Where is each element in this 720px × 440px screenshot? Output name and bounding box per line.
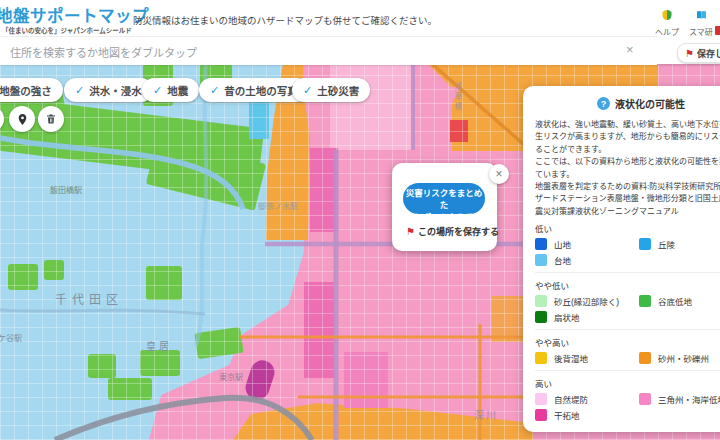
legend-item: 干拓地 — [535, 409, 639, 421]
legend-row: 山地 丘陵 — [535, 238, 720, 250]
filter-chip-label: 洪水・浸水 — [89, 83, 142, 98]
disaster-report-button[interactable]: 災害リスクをまとめた レポートをみる — [403, 183, 485, 214]
legend-section-somewhat-high: やや高い — [535, 336, 720, 348]
legend-label: 干拓地 — [554, 409, 580, 421]
legend-row: 干拓地 — [535, 409, 720, 421]
save-location-button[interactable]: ⚑ この場所を保存する — [406, 225, 499, 238]
legend-label: 谷底低地 — [658, 295, 692, 307]
legend-item: 自然堤防 — [535, 393, 639, 405]
app-logo-title[interactable]: 地盤サポートマップ — [0, 3, 149, 27]
description-line: ここでは、以下の資料から地形と液状化の可能性を判定し — [535, 156, 720, 168]
save-location-label: この場所を保存する — [418, 225, 499, 238]
delete-pins-button[interactable] — [38, 106, 64, 132]
saved-addresses-button[interactable]: ⚑ 保存した住所 — [677, 43, 720, 63]
legend-label: 台地 — [554, 254, 571, 266]
legend-label: 自然堤防 — [554, 393, 588, 405]
legend-label: 扇状地 — [554, 311, 580, 323]
search-input[interactable]: 住所を検索するか地図をダブルタップ — [10, 44, 197, 60]
filter-chip-landslide[interactable]: ✓ 土砂災害 — [292, 78, 370, 102]
filter-chip-flood[interactable]: ✓ 洪水・浸水 — [64, 78, 153, 102]
legend-swatch — [639, 393, 651, 405]
legend-section-low: 低い — [535, 222, 720, 234]
search-bar[interactable]: 住所を検索するか地図をダブルタップ × — [0, 36, 657, 65]
report-button-line2: レポートをみる — [403, 211, 485, 223]
filter-chip-label: 地震 — [167, 83, 188, 98]
locate-button[interactable] — [9, 106, 35, 132]
description-line: ています。 — [535, 169, 720, 181]
legend-item: 山地 — [535, 238, 639, 250]
legend-swatch — [535, 311, 547, 323]
panel-title-row: ? 液状化の可能性 — [597, 96, 720, 111]
description-line: 液状化は、強い地震動、緩い砂質土、高い地下水位を条件に発 — [535, 119, 720, 131]
legend-label: 山地 — [554, 238, 571, 250]
legend-row: 砂丘(縁辺部除く) 谷底低地 — [535, 295, 720, 307]
legend-swatch — [535, 393, 547, 405]
filter-chip-label: 地盤の強さ — [0, 83, 52, 98]
filter-chip-ground-strength[interactable]: ✓ 地盤の強さ — [0, 78, 63, 102]
legend-row: 扇状地 — [535, 311, 720, 323]
location-pin-icon — [16, 113, 29, 126]
check-icon: ✓ — [75, 84, 84, 97]
flag-icon: ⚑ — [685, 48, 694, 59]
legend-section-somewhat-low: やや低い — [535, 279, 720, 291]
legend-swatch — [535, 409, 547, 421]
report-button-line1: 災害リスクをまとめた — [403, 187, 485, 211]
legend-swatch — [535, 254, 547, 266]
map-popup: × 災害リスクをまとめた レポートをみる ⚑ この場所を保存する — [392, 163, 497, 251]
divider — [535, 329, 720, 330]
legend-label: 砂丘(縁辺部除く) — [554, 295, 619, 307]
panel-title: 液状化の可能性 — [615, 96, 685, 111]
popup-close-icon[interactable]: × — [489, 164, 509, 184]
legend-swatch — [639, 295, 651, 307]
description-line: 震災対策課液状化ゾーニングマニュアル — [535, 206, 720, 218]
legend-section-high: 高い — [535, 377, 720, 389]
divider — [535, 370, 720, 371]
legend-label: 砂州・砂礫州 — [658, 352, 709, 364]
legend-swatch — [535, 238, 547, 250]
legend-swatch — [639, 352, 651, 364]
filter-chip-label: 土砂災害 — [317, 83, 359, 98]
legend-item: 台地 — [535, 254, 639, 266]
beginner-mark-icon — [661, 9, 673, 21]
flag-icon: ⚑ — [406, 226, 415, 237]
app-header: 地盤サポートマップ 「住まいの安心を」ジャパンホームシールド 防災情報はお住まい… — [0, 0, 720, 64]
legend-swatch — [535, 295, 547, 307]
saved-addresses-label: 保存した住所 — [697, 47, 720, 60]
filter-chip-earthquake[interactable]: ✓ 地震 — [142, 78, 199, 102]
legend-row: 後背湿地 砂州・砂礫州 — [535, 352, 720, 364]
legend-item: 後背湿地 — [535, 352, 639, 364]
legend-label: 後背湿地 — [554, 352, 588, 364]
legend-row: 台地 — [535, 254, 720, 266]
sma-ken-label: スマ研 — [684, 26, 718, 37]
trash-icon — [45, 113, 57, 125]
book-icon — [695, 9, 708, 21]
divider — [535, 272, 720, 273]
description-line: ることができます。 — [535, 144, 720, 156]
legend-item: 砂州・砂礫州 — [639, 352, 720, 364]
legend-row: 自然堤防 三角州・海岸低地 — [535, 393, 720, 405]
liquefaction-panel: ? 液状化の可能性 液状化は、強い地震動、緩い砂質土、高い地下水位を条件に発 生… — [523, 86, 720, 432]
legend-item: 砂丘(縁辺部除く) — [535, 295, 639, 307]
sma-ken-button[interactable]: スマ研 — [684, 7, 718, 37]
legend-swatch — [535, 352, 547, 364]
help-button[interactable]: ヘルプ — [650, 7, 684, 37]
filter-chip-label: 昔の土地の写真 — [224, 83, 298, 98]
check-icon: ✓ — [210, 84, 219, 97]
legend-swatch — [639, 238, 651, 250]
search-clear-icon[interactable]: × — [626, 42, 634, 57]
description-line: 生リスクが高まりますが、地形からも簡易的にリスクを想定す — [535, 131, 720, 143]
clipped-nav-icon[interactable] — [715, 26, 720, 35]
panel-description: 液状化は、強い地震動、緩い砂質土、高い地下水位を条件に発 生リスクが高まりますが… — [535, 119, 720, 218]
header-notice-text: 防災情報はお住まいの地域のハザードマップも併せてご確認ください。 — [133, 13, 437, 27]
legend-item: 三角州・海岸低地 — [639, 393, 720, 405]
check-icon: ✓ — [303, 84, 312, 97]
check-icon: ✓ — [153, 84, 162, 97]
description-line: 地盤表層を判定するための資料:防災科学技術研究所 地盤ハ — [535, 181, 720, 193]
question-icon[interactable]: ? — [597, 97, 610, 110]
legend-item: 谷底低地 — [639, 295, 720, 307]
legend-label: 三角州・海岸低地 — [658, 393, 720, 405]
legend-item: 丘陵 — [639, 238, 720, 250]
app-logo-subtitle: 「住まいの安心を」ジャパンホームシールド — [2, 25, 132, 35]
legend-label: 丘陵 — [658, 238, 675, 250]
legend-item: 扇状地 — [535, 311, 639, 323]
